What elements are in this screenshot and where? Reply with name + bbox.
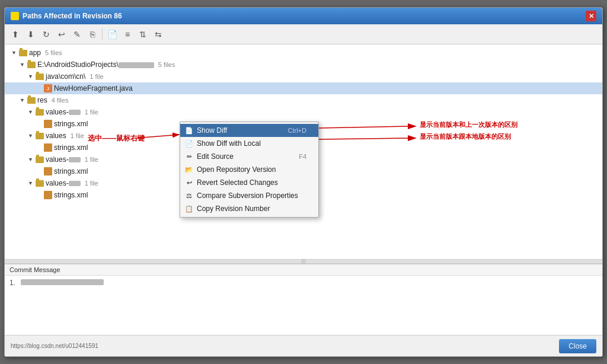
commit-message-blurred bbox=[21, 279, 104, 285]
tree-label-strings4: strings.xml bbox=[54, 191, 88, 199]
toolbar-sort-button[interactable]: ⇅ bbox=[136, 27, 150, 41]
xml-icon-4 bbox=[44, 191, 52, 199]
commit-message-area: 1. bbox=[5, 276, 602, 314]
xml-icon-2 bbox=[44, 143, 52, 152]
commit-number: 1. bbox=[9, 279, 15, 287]
ctx-show-diff-shortcut: Ctrl+D bbox=[288, 127, 306, 134]
expand-icon-path: ▼ bbox=[20, 62, 25, 68]
toolbar-swap-button[interactable]: ⇆ bbox=[151, 27, 165, 41]
expand-icon-values4: ▼ bbox=[28, 180, 34, 186]
expand-icon-values2: ▼ bbox=[28, 133, 34, 139]
toolbar: ⬆ ⬇ ↻ ↩ ✎ ⎘ 📄 ≡ ⇅ ⇆ bbox=[5, 24, 602, 44]
ctx-open-repo-label: Open Repository Version bbox=[197, 165, 276, 174]
toolbar-copy-button[interactable]: ⎘ bbox=[85, 27, 100, 41]
ctx-copy-rev-icon: 📋 bbox=[185, 205, 193, 213]
context-menu: 📄 Show Diff Ctrl+D 📄 Show Diff with Loca… bbox=[180, 122, 319, 218]
tree-label-strings2: strings.xml bbox=[54, 143, 88, 152]
ctx-copy-rev-label: Copy Revision Number bbox=[197, 205, 270, 213]
title-close-button[interactable]: ✕ bbox=[586, 11, 596, 21]
title-bar: Paths Affected in Revision 86 ✕ bbox=[5, 8, 602, 24]
ctx-edit-source-label: Edit Source bbox=[197, 152, 234, 161]
title-bar-left: Paths Affected in Revision 86 bbox=[11, 12, 122, 20]
tree-label-app: app bbox=[29, 49, 41, 57]
folder-icon-values3 bbox=[36, 157, 44, 163]
tree-label-java: java\com\cn\ bbox=[46, 72, 85, 81]
tree-count-values4: 1 file bbox=[85, 180, 98, 187]
tree-count-path: 5 files bbox=[158, 61, 175, 68]
tree-label-values1: values- bbox=[46, 108, 81, 116]
tree-row-java[interactable]: ▼ java\com\cn\ 1 file bbox=[5, 71, 602, 82]
tree-label-strings3: strings.xml bbox=[54, 167, 88, 175]
folder-icon-res bbox=[27, 97, 36, 104]
tree-count-java: 1 file bbox=[90, 73, 103, 80]
tree-count-values1: 1 file bbox=[85, 108, 98, 116]
ctx-compare-svn-label: Compare Subversion Properties bbox=[197, 191, 298, 200]
commit-label: Commit Message bbox=[5, 264, 602, 276]
ctx-copy-rev[interactable]: 📋 Copy Revision Number bbox=[180, 202, 318, 215]
divider-bar: ||| bbox=[5, 259, 602, 264]
folder-icon-values4 bbox=[36, 180, 44, 187]
footer-url: https://blog.csdn.net/u012441591 bbox=[11, 343, 98, 349]
xml-icon-1 bbox=[44, 120, 52, 128]
ctx-show-diff-label: Show Diff bbox=[197, 126, 227, 135]
expand-icon-java: ▼ bbox=[28, 74, 34, 79]
folder-icon-app bbox=[19, 50, 27, 56]
toolbar-doc-button[interactable]: 📄 bbox=[105, 27, 119, 41]
xml-icon-3 bbox=[44, 167, 52, 175]
tree-row-app[interactable]: ▼ app 5 files bbox=[5, 47, 602, 59]
tree-label-path: E:\AndroidStudioProjects\ bbox=[37, 60, 154, 69]
ctx-compare-svn[interactable]: ⚖ Compare Subversion Properties bbox=[180, 189, 318, 202]
tree-count-values3: 1 file bbox=[85, 156, 98, 163]
ctx-show-diff[interactable]: 📄 Show Diff Ctrl+D bbox=[180, 124, 318, 137]
ctx-revert-icon: ↩ bbox=[185, 178, 193, 187]
tree-row-path[interactable]: ▼ E:\AndroidStudioProjects\ 5 files bbox=[5, 59, 602, 71]
ctx-show-diff-icon: 📄 bbox=[185, 126, 193, 135]
ctx-revert-label: Revert Selected Changes bbox=[197, 178, 278, 187]
java-file-icon: J bbox=[44, 84, 52, 92]
folder-icon-values1 bbox=[36, 109, 44, 116]
close-button[interactable]: Close bbox=[559, 339, 596, 353]
toolbar-separator bbox=[102, 28, 103, 40]
tree-count-app: 5 files bbox=[45, 49, 62, 56]
tree-label-values2: values bbox=[46, 132, 66, 140]
ctx-show-diff-local[interactable]: 📄 Show Diff with Local bbox=[180, 137, 318, 150]
main-content: ▼ app 5 files ▼ E:\AndroidStudioProjects… bbox=[5, 44, 602, 335]
tree-row-res[interactable]: ▼ res 4 files bbox=[5, 94, 602, 106]
tree-label-res: res bbox=[37, 96, 47, 104]
tree-label-strings1: strings.xml bbox=[54, 120, 88, 128]
ctx-show-diff-local-label: Show Diff with Local bbox=[197, 139, 261, 148]
main-window: Paths Affected in Revision 86 ✕ ⬆ ⬇ ↻ ↩ … bbox=[4, 7, 603, 357]
ctx-edit-source-shortcut: F4 bbox=[299, 153, 306, 160]
commit-section: Commit Message 1. bbox=[5, 264, 602, 314]
toolbar-refresh2-button[interactable]: ↻ bbox=[39, 27, 53, 41]
tree-label-fragment: NewHomeFragment.java bbox=[54, 84, 133, 92]
expand-icon-res: ▼ bbox=[20, 97, 25, 103]
expand-icon-values3: ▼ bbox=[28, 157, 34, 162]
ctx-edit-source-icon: ✏ bbox=[185, 152, 193, 161]
toolbar-down-button[interactable]: ⬇ bbox=[24, 27, 38, 41]
ctx-open-repo[interactable]: 📂 Open Repository Version bbox=[180, 163, 318, 176]
folder-icon-java bbox=[36, 74, 44, 80]
toolbar-refresh-button[interactable]: ⬆ bbox=[8, 27, 23, 41]
bottom-bar: https://blog.csdn.net/u012441591 Close bbox=[5, 335, 602, 356]
expand-icon-app: ▼ bbox=[11, 50, 17, 56]
tree-count-values2: 1 file bbox=[71, 132, 84, 139]
tree-label-values3: values- bbox=[46, 155, 81, 164]
window-title: Paths Affected in Revision 86 bbox=[23, 12, 122, 20]
window-icon bbox=[11, 12, 19, 20]
toolbar-list-button[interactable]: ≡ bbox=[120, 27, 135, 41]
ctx-show-diff-local-icon: 📄 bbox=[185, 139, 193, 148]
tree-count-res: 4 files bbox=[52, 97, 69, 104]
folder-icon-values2 bbox=[36, 133, 44, 139]
ctx-compare-svn-icon: ⚖ bbox=[185, 191, 193, 200]
toolbar-edit-button[interactable]: ✎ bbox=[70, 27, 84, 41]
ctx-edit-source[interactable]: ✏ Edit Source F4 bbox=[180, 150, 318, 163]
tree-label-values4: values- bbox=[46, 179, 81, 187]
expand-icon-values1: ▼ bbox=[28, 109, 34, 115]
folder-icon-path bbox=[27, 62, 36, 68]
tree-row-values1[interactable]: ▼ values- 1 file bbox=[5, 106, 602, 118]
ctx-revert[interactable]: ↩ Revert Selected Changes bbox=[180, 176, 318, 189]
tree-row-fragment[interactable]: ▶ J NewHomeFragment.java bbox=[5, 82, 602, 94]
toolbar-revert-button[interactable]: ↩ bbox=[55, 27, 69, 41]
ctx-open-repo-icon: 📂 bbox=[185, 165, 193, 174]
